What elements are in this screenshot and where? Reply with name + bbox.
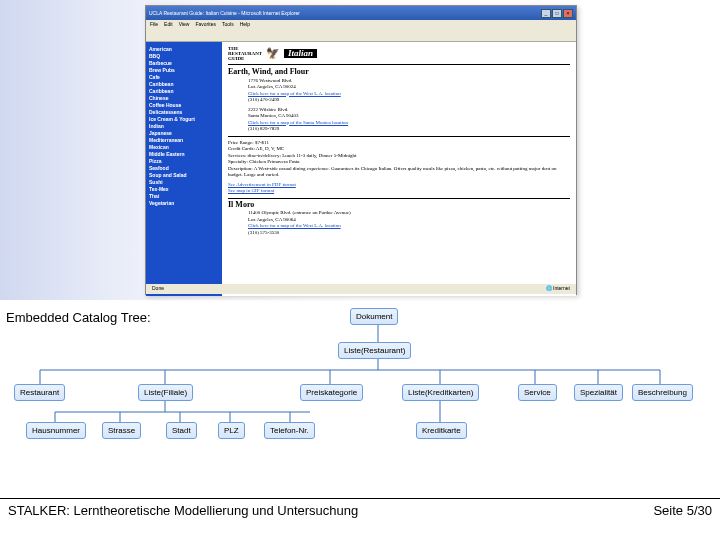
statusbar: Done 🌐 Internet	[146, 284, 576, 294]
menu-file[interactable]: File	[150, 21, 158, 29]
sidebar-item[interactable]: Middle Eastern	[149, 151, 219, 158]
sidebar-item[interactable]: Chinese	[149, 95, 219, 102]
map-gif-link[interactable]: See map in GIF format	[228, 188, 274, 193]
sidebar-item[interactable]: Thai	[149, 193, 219, 200]
description: Description: A West-side casual dining e…	[228, 166, 570, 179]
footer-right: Seite 5/30	[653, 503, 712, 518]
sidebar-item[interactable]: American	[149, 46, 219, 53]
tree-node: Preiskategorie	[300, 384, 363, 401]
restaurant-block: 2222 Wilshire Blvd. Santa Monica, CA 904…	[248, 107, 570, 133]
tree-node: Service	[518, 384, 557, 401]
map-link[interactable]: Click here for a map of the Santa Monica…	[248, 120, 348, 125]
logo-guide: THE RESTAURANT GUIDE	[228, 46, 262, 61]
sidebar-item[interactable]: Japanese	[149, 130, 219, 137]
browser-window: UCLA Restaurant Guide: Italian Cuisine -…	[145, 5, 577, 295]
tree-node: Strasse	[102, 422, 141, 439]
sidebar: AmericanBBQBarbecueBrew PubsCafeCaribbea…	[146, 42, 222, 296]
close-button[interactable]: ×	[563, 9, 573, 18]
sidebar-item[interactable]: Indian	[149, 123, 219, 130]
tree-node: Stadt	[166, 422, 197, 439]
sidebar-item[interactable]: Seafood	[149, 165, 219, 172]
minimize-button[interactable]: _	[541, 9, 551, 18]
sidebar-item[interactable]: Mediterranean	[149, 137, 219, 144]
menu-favorites[interactable]: Favorites	[195, 21, 216, 29]
titlebar: UCLA Restaurant Guide: Italian Cuisine -…	[146, 6, 576, 20]
sidebar-item[interactable]: Vegetarian	[149, 200, 219, 207]
sidebar-item[interactable]: Coffee House	[149, 102, 219, 109]
sidebar-item[interactable]: Caribbean	[149, 88, 219, 95]
window-title: UCLA Restaurant Guide: Italian Cuisine -…	[149, 10, 300, 16]
sidebar-item[interactable]: Ice Cream & Yogurt	[149, 116, 219, 123]
tree-diagram: Dokument Liste(Restaurant) Restaurant Li…	[0, 302, 720, 476]
menu-view[interactable]: View	[179, 21, 190, 29]
sidebar-item[interactable]: Sushi	[149, 179, 219, 186]
maximize-button[interactable]: □	[552, 9, 562, 18]
tree-node-root: Dokument	[350, 308, 398, 325]
tree-node-l1: Liste(Restaurant)	[338, 342, 411, 359]
tree-node: Liste(Kreditkarten)	[402, 384, 479, 401]
sidebar-item[interactable]: Tex-Mex	[149, 186, 219, 193]
restaurant-block: 1776 Westwood Blvd. Los Angeles, CA 9002…	[248, 78, 570, 104]
sidebar-item[interactable]: Barbecue	[149, 60, 219, 67]
sidebar-item[interactable]: BBQ	[149, 53, 219, 60]
restaurant-title: Earth, Wind, and Flour	[228, 69, 570, 76]
menubar: File Edit View Favorites Tools Help	[146, 20, 576, 30]
menu-help[interactable]: Help	[240, 21, 250, 29]
sidebar-item[interactable]: Delicatessens	[149, 109, 219, 116]
toolbar	[146, 30, 576, 42]
menu-tools[interactable]: Tools	[222, 21, 234, 29]
tree-node: Beschreibung	[632, 384, 693, 401]
logo-italian: Italian	[284, 49, 317, 58]
ad-link[interactable]: See Advertisement in PDF format	[228, 182, 296, 187]
map-link[interactable]: Click here for a map of the West L.A. lo…	[248, 223, 341, 228]
tree-node: Restaurant	[14, 384, 65, 401]
sidebar-item[interactable]: Mexican	[149, 144, 219, 151]
sidebar-item[interactable]: Soup and Salad	[149, 172, 219, 179]
restaurant-title: Il Moro	[228, 202, 570, 209]
tree-node: Kreditkarte	[416, 422, 467, 439]
sidebar-item[interactable]: Pizza	[149, 158, 219, 165]
menu-edit[interactable]: Edit	[164, 21, 173, 29]
main-content: THE RESTAURANT GUIDE 🦅 Italian Earth, Wi…	[222, 42, 576, 296]
sidebar-item[interactable]: Cafe	[149, 74, 219, 81]
tree-node: Hausnummer	[26, 422, 86, 439]
sidebar-item[interactable]: Brew Pubs	[149, 67, 219, 74]
tree-node: Liste(Filiale)	[138, 384, 193, 401]
tree-node: Spezialität	[574, 384, 623, 401]
tree-node: PLZ	[218, 422, 245, 439]
footer-left: STALKER: Lerntheoretische Modellierung u…	[8, 503, 358, 518]
sidebar-item[interactable]: Caribbean	[149, 81, 219, 88]
footer: STALKER: Lerntheoretische Modellierung u…	[0, 498, 720, 518]
tree-node: Telefon-Nr.	[264, 422, 315, 439]
map-link[interactable]: Click here for a map of the West L.A. lo…	[248, 91, 341, 96]
restaurant-block: 11400 Olympic Blvd. (entrance on Purdue …	[248, 210, 570, 236]
